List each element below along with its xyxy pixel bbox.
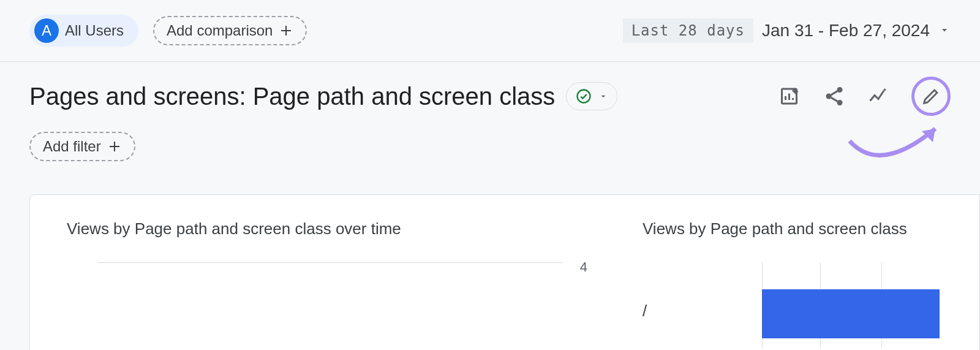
report-toolbar — [779, 77, 951, 116]
bar-chart-pencil-icon — [779, 85, 801, 107]
add-comparison-button[interactable]: Add comparison — [153, 16, 307, 45]
sparkle-trend-icon — [867, 85, 889, 107]
check-circle-icon — [575, 88, 592, 105]
add-comparison-label: Add comparison — [167, 22, 273, 39]
plus-icon — [279, 23, 293, 38]
add-filter-label: Add filter — [43, 138, 101, 155]
line-chart[interactable]: 4 — [97, 262, 563, 336]
date-preset-badge: Last 28 days — [623, 18, 753, 43]
edit-button-highlight — [911, 77, 951, 116]
insights-button[interactable] — [867, 85, 889, 107]
report-title: Pages and screens: Page path and screen … — [29, 83, 555, 110]
svg-point-2 — [578, 90, 590, 103]
bar-category-label: / — [643, 302, 647, 321]
chart-card: Views by Page path and screen class over… — [29, 194, 980, 350]
add-filter-button[interactable]: Add filter — [29, 132, 135, 161]
plus-icon — [107, 139, 122, 154]
segment-label: All Users — [65, 22, 124, 39]
date-range-label: Jan 31 - Feb 27, 2024 — [762, 21, 930, 40]
chart-title-by-path: Views by Page path and screen class — [643, 219, 907, 238]
customize-report-button[interactable] — [779, 85, 801, 107]
y-tick-label: 4 — [580, 259, 587, 275]
share-button[interactable] — [823, 85, 845, 107]
bar — [762, 289, 940, 338]
date-range-picker[interactable]: Last 28 days Jan 31 - Feb 27, 2024 — [623, 18, 951, 43]
segment-badge-icon: A — [34, 18, 59, 43]
report-header: Pages and screens: Page path and screen … — [0, 62, 980, 172]
comparison-and-date-bar: A All Users Add comparison Last 28 days … — [0, 0, 980, 62]
chevron-down-icon — [938, 21, 951, 40]
edit-button[interactable] — [921, 86, 941, 107]
chevron-down-icon — [598, 91, 608, 101]
bar-chart[interactable]: / — [643, 262, 949, 348]
segment-controls: A All Users Add comparison — [29, 15, 307, 47]
segment-pill-all-users[interactable]: A All Users — [29, 15, 138, 47]
pencil-icon — [921, 86, 941, 107]
data-quality-status-button[interactable] — [566, 82, 617, 110]
share-icon — [823, 85, 845, 107]
